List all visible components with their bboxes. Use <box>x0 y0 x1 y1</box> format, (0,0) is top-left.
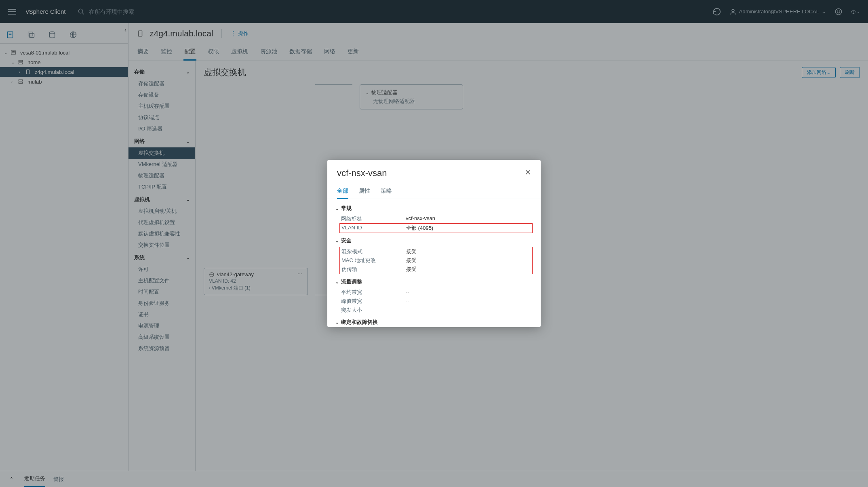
prop-label: 网络标签 <box>341 215 406 223</box>
prop-row: 平均带宽 -- <box>341 288 531 297</box>
chevron-down-icon: ⌄ <box>335 280 339 284</box>
modal-tabs: 全部 属性 策略 <box>327 178 541 199</box>
mtab-policy[interactable]: 策略 <box>381 184 392 199</box>
prop-label: 突发大小 <box>341 306 406 314</box>
portgroup-modal: vcf-nsx-vsan ✕ 全部 属性 策略 ⌄常规 网络标签 vcf-nsx… <box>327 160 541 327</box>
prop-row: 峰值带宽 -- <box>341 297 531 306</box>
section-toggle[interactable]: ⌄常规 <box>335 205 531 212</box>
prop-row: 伪传输 接受 <box>341 265 531 274</box>
prop-row: 混杂模式 接受 <box>341 247 531 256</box>
prop-value: 接受 <box>406 266 417 273</box>
prop-row: 网络标签 vcf-nsx-vsan <box>341 214 531 223</box>
close-icon[interactable]: ✕ <box>525 168 531 177</box>
prop-value: 接受 <box>406 257 417 264</box>
section-toggle[interactable]: ⌄流量调整 <box>335 278 531 285</box>
section-teaming: ⌄绑定和故障切换 <box>335 319 531 326</box>
section-shaping: ⌄流量调整 平均带宽 -- 峰值带宽 -- 突发大小 -- <box>335 278 531 315</box>
chevron-down-icon: ⌄ <box>335 239 339 243</box>
prop-row: MAC 地址更改 接受 <box>341 256 531 265</box>
section-toggle[interactable]: ⌄安全 <box>335 237 531 244</box>
prop-label: 峰值带宽 <box>341 298 406 305</box>
mtab-properties[interactable]: 属性 <box>359 184 370 199</box>
chevron-down-icon: ⌄ <box>335 320 339 325</box>
prop-row: 突发大小 -- <box>341 306 531 315</box>
prop-value: -- <box>406 289 409 296</box>
prop-label: 混杂模式 <box>341 248 406 255</box>
modal-title: vcf-nsx-vsan <box>337 168 387 178</box>
modal-body[interactable]: ⌄常规 网络标签 vcf-nsx-vsan VLAN ID 全部 (4095) <box>327 199 541 327</box>
prop-value: 接受 <box>406 248 417 255</box>
prop-value: vcf-nsx-vsan <box>406 215 435 223</box>
section-security: ⌄安全 混杂模式 接受 MAC 地址更改 接受 伪传输 接受 <box>335 237 531 274</box>
mtab-all[interactable]: 全部 <box>337 184 348 199</box>
prop-label: MAC 地址更改 <box>341 257 406 264</box>
prop-value: 全部 (4095) <box>406 225 433 232</box>
modal-overlay[interactable]: vcf-nsx-vsan ✕ 全部 属性 策略 ⌄常规 网络标签 vcf-nsx… <box>0 0 868 487</box>
prop-label: 平均带宽 <box>341 289 406 296</box>
section-toggle[interactable]: ⌄绑定和故障切换 <box>335 319 531 326</box>
section-general: ⌄常规 网络标签 vcf-nsx-vsan VLAN ID 全部 (4095) <box>335 205 531 233</box>
chevron-down-icon: ⌄ <box>335 206 339 211</box>
prop-row-vlan: VLAN ID 全部 (4095) <box>341 224 531 233</box>
prop-value: -- <box>406 306 409 314</box>
prop-label: VLAN ID <box>341 225 406 232</box>
prop-value: -- <box>406 298 409 305</box>
prop-label: 伪传输 <box>341 266 406 273</box>
